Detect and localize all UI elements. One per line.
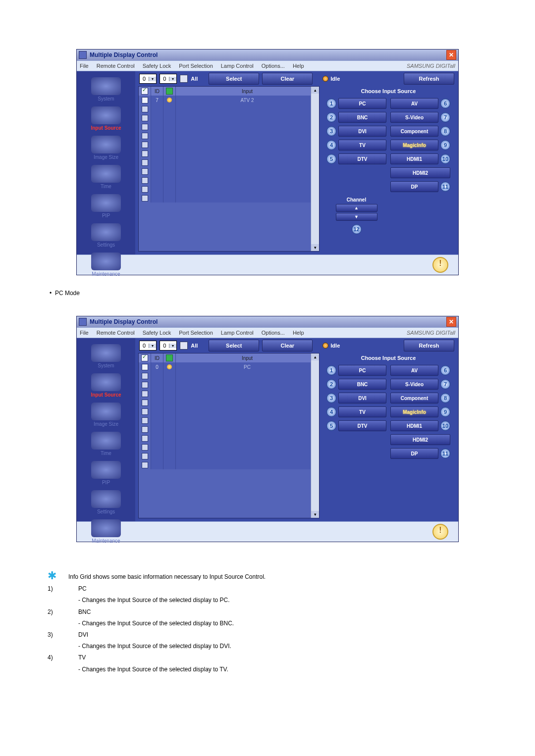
table-row[interactable] <box>139 131 319 140</box>
menu-remote-control[interactable]: Remote Control <box>97 330 135 336</box>
row-checkbox[interactable] <box>142 444 148 451</box>
row-checkbox[interactable] <box>142 408 148 415</box>
sidebar-item-image-size[interactable]: Image Size <box>91 134 121 163</box>
source-button-dtv[interactable]: DTV <box>338 420 386 431</box>
source-button-tv[interactable]: TV <box>338 140 386 151</box>
source-button-dvi[interactable]: DVI <box>338 393 386 403</box>
channel-up-button[interactable]: ▲ <box>336 204 377 212</box>
source-button-dvi[interactable]: DVI <box>338 126 386 137</box>
menu-lamp-control[interactable]: Lamp Control <box>221 63 254 69</box>
sidebar-item-pip[interactable]: PIP <box>91 192 121 221</box>
source-button-hdmi1[interactable]: HDMI1 <box>390 153 438 164</box>
source-button-s-video[interactable]: S-Video <box>390 112 438 123</box>
source-button-bnc[interactable]: BNC <box>338 379 386 390</box>
table-row[interactable] <box>139 176 319 185</box>
row-checkbox[interactable] <box>142 133 148 139</box>
row-checkbox[interactable] <box>142 106 148 112</box>
menu-port-selection[interactable]: Port Selection <box>179 63 213 69</box>
source-button-hdmi1[interactable]: HDMI1 <box>390 420 438 431</box>
row-checkbox[interactable] <box>142 186 148 193</box>
refresh-button[interactable]: Refresh <box>404 340 454 352</box>
refresh-button[interactable]: Refresh <box>404 73 454 85</box>
spinner-1[interactable]: 0▾ <box>139 341 157 351</box>
menu-safety-lock[interactable]: Safety Lock <box>143 63 171 69</box>
sidebar-item-input-source[interactable]: Input Source <box>91 371 121 401</box>
source-button-dp[interactable]: DP <box>390 181 438 192</box>
table-row[interactable] <box>139 185 319 194</box>
header-check-icon[interactable] <box>141 354 148 361</box>
sidebar-item-maintenance[interactable]: Maintenance <box>91 517 121 547</box>
channel-down-button[interactable]: ▼ <box>336 213 377 221</box>
scrollbar[interactable]: ▴▾ <box>311 353 319 518</box>
menu-file[interactable]: File <box>80 63 89 69</box>
row-checkbox[interactable] <box>142 142 148 148</box>
source-button-magicinfo[interactable]: MagicInfo <box>390 406 438 417</box>
table-row[interactable] <box>139 452 319 460</box>
table-row[interactable] <box>139 122 319 131</box>
spinner-2[interactable]: 0▾ <box>160 341 177 351</box>
source-button-magicinfo[interactable]: MagicInfo <box>390 140 438 151</box>
row-checkbox[interactable] <box>142 124 148 130</box>
sidebar-item-settings[interactable]: Settings <box>91 488 121 517</box>
source-button-av[interactable]: AV <box>390 98 438 109</box>
row-checkbox[interactable] <box>142 97 148 103</box>
sidebar-item-time[interactable]: Time <box>91 163 121 192</box>
spinner-1[interactable]: 0▾ <box>139 74 157 84</box>
row-checkbox[interactable] <box>142 115 148 121</box>
menu-help[interactable]: Help <box>293 330 304 336</box>
table-row[interactable]: 0PC <box>139 362 319 371</box>
row-checkbox[interactable] <box>142 426 148 433</box>
sidebar-item-system[interactable]: System <box>91 342 121 371</box>
all-checkbox[interactable] <box>180 342 188 350</box>
table-row[interactable] <box>139 140 319 149</box>
table-row[interactable] <box>139 104 319 113</box>
row-checkbox[interactable] <box>142 435 148 442</box>
close-icon[interactable]: ✕ <box>446 317 456 327</box>
sidebar-item-settings[interactable]: Settings <box>91 221 121 251</box>
sidebar-item-pip[interactable]: PIP <box>91 459 121 488</box>
source-button-dp[interactable]: DP <box>390 448 438 459</box>
source-button-av[interactable]: AV <box>390 365 438 376</box>
table-row[interactable] <box>139 380 319 389</box>
row-checkbox[interactable] <box>142 391 148 397</box>
source-button-pc[interactable]: PC <box>338 365 386 376</box>
table-row[interactable] <box>139 158 319 167</box>
table-row[interactable] <box>139 416 319 425</box>
header-check-icon[interactable] <box>141 88 148 95</box>
table-row[interactable] <box>139 167 319 176</box>
clear-button[interactable]: Clear <box>262 340 313 352</box>
row-checkbox[interactable] <box>142 417 148 424</box>
menu-options-[interactable]: Options... <box>262 330 285 336</box>
menu-file[interactable]: File <box>80 330 89 336</box>
sidebar-item-maintenance[interactable]: Maintenance <box>91 251 121 280</box>
source-button-bnc[interactable]: BNC <box>338 112 386 123</box>
menu-options-[interactable]: Options... <box>262 63 285 69</box>
close-icon[interactable]: ✕ <box>446 50 456 60</box>
row-checkbox[interactable] <box>142 159 148 166</box>
source-button-tv[interactable]: TV <box>338 406 386 417</box>
table-row[interactable] <box>139 443 319 452</box>
menu-port-selection[interactable]: Port Selection <box>179 330 213 336</box>
select-button[interactable]: Select <box>209 340 259 352</box>
table-row[interactable] <box>139 194 319 202</box>
row-checkbox[interactable] <box>142 382 148 388</box>
table-row[interactable] <box>139 398 319 407</box>
sidebar-item-time[interactable]: Time <box>91 430 121 459</box>
row-checkbox[interactable] <box>142 364 148 370</box>
menu-remote-control[interactable]: Remote Control <box>97 63 135 69</box>
row-checkbox[interactable] <box>142 168 148 175</box>
select-button[interactable]: Select <box>209 73 259 85</box>
row-checkbox[interactable] <box>142 400 148 406</box>
table-row[interactable] <box>139 434 319 443</box>
source-button-dtv[interactable]: DTV <box>338 153 386 164</box>
row-checkbox[interactable] <box>142 462 148 468</box>
table-row[interactable]: 7ATV 2 <box>139 96 319 104</box>
row-checkbox[interactable] <box>142 453 148 459</box>
table-row[interactable] <box>139 407 319 416</box>
source-button-component[interactable]: Component <box>390 126 438 137</box>
clear-button[interactable]: Clear <box>262 73 313 85</box>
row-checkbox[interactable] <box>142 195 148 202</box>
table-row[interactable] <box>139 113 319 122</box>
source-button-pc[interactable]: PC <box>338 98 386 109</box>
row-checkbox[interactable] <box>142 373 148 379</box>
